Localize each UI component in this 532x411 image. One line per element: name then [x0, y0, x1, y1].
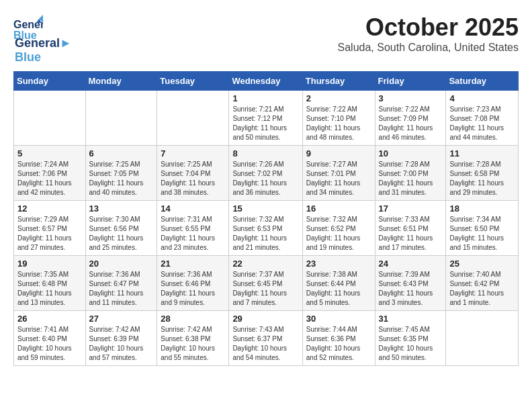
day-number: 25 [449, 259, 515, 269]
day-info: Sunrise: 7:23 AM Sunset: 7:08 PM Dayligh… [449, 105, 515, 142]
day-cell: 10Sunrise: 7:28 AM Sunset: 7:00 PM Dayli… [375, 146, 446, 201]
day-number: 12 [17, 203, 82, 214]
day-cell: 29Sunrise: 7:43 AM Sunset: 6:37 PM Dayli… [229, 311, 302, 366]
day-info: Sunrise: 7:43 AM Sunset: 6:37 PM Dayligh… [232, 325, 298, 363]
day-number: 3 [379, 93, 443, 103]
svg-text:Blue: Blue [13, 30, 37, 41]
day-number: 15 [232, 203, 298, 214]
day-cell: 15Sunrise: 7:32 AM Sunset: 6:53 PM Dayli… [229, 201, 302, 256]
day-cell: 4Sunrise: 7:23 AM Sunset: 7:08 PM Daylig… [446, 91, 519, 146]
day-cell: 11Sunrise: 7:28 AM Sunset: 6:58 PM Dayli… [446, 146, 519, 201]
day-cell: 16Sunrise: 7:32 AM Sunset: 6:52 PM Dayli… [302, 201, 375, 256]
day-number: 16 [306, 203, 371, 214]
day-number: 11 [449, 148, 515, 158]
day-cell [446, 311, 519, 366]
day-info: Sunrise: 7:42 AM Sunset: 6:38 PM Dayligh… [161, 325, 225, 363]
day-cell: 2Sunrise: 7:22 AM Sunset: 7:10 PM Daylig… [302, 91, 375, 146]
day-cell: 30Sunrise: 7:44 AM Sunset: 6:36 PM Dayli… [302, 311, 375, 366]
day-cell [157, 91, 229, 146]
day-info: Sunrise: 7:33 AM Sunset: 6:51 PM Dayligh… [379, 215, 443, 253]
day-info: Sunrise: 7:38 AM Sunset: 6:44 PM Dayligh… [306, 270, 371, 308]
weekday-header-wednesday: Wednesday [229, 72, 302, 91]
day-number: 10 [379, 148, 443, 158]
day-number: 7 [161, 148, 225, 158]
day-cell: 28Sunrise: 7:42 AM Sunset: 6:38 PM Dayli… [157, 311, 229, 366]
day-info: Sunrise: 7:21 AM Sunset: 7:12 PM Dayligh… [232, 105, 298, 142]
calendar-table: SundayMondayTuesdayWednesdayThursdayFrid… [13, 71, 519, 366]
day-number: 21 [161, 259, 225, 269]
day-number: 29 [232, 314, 298, 324]
day-number: 24 [379, 259, 443, 269]
day-info: Sunrise: 7:22 AM Sunset: 7:10 PM Dayligh… [306, 105, 371, 142]
day-cell: 24Sunrise: 7:39 AM Sunset: 6:43 PM Dayli… [375, 256, 446, 311]
day-number: 8 [232, 148, 298, 158]
title-block: October 2025 Saluda, South Carolina, Uni… [338, 13, 519, 54]
day-number: 19 [17, 259, 82, 269]
day-cell: 9Sunrise: 7:27 AM Sunset: 7:01 PM Daylig… [302, 146, 375, 201]
day-info: Sunrise: 7:28 AM Sunset: 7:00 PM Dayligh… [379, 160, 443, 197]
day-cell: 27Sunrise: 7:42 AM Sunset: 6:39 PM Dayli… [85, 311, 157, 366]
logo-bird: ► [60, 36, 72, 50]
day-cell [14, 91, 86, 146]
day-cell: 18Sunrise: 7:34 AM Sunset: 6:50 PM Dayli… [446, 201, 519, 256]
day-cell: 20Sunrise: 7:36 AM Sunset: 6:47 PM Dayli… [85, 256, 157, 311]
day-info: Sunrise: 7:28 AM Sunset: 6:58 PM Dayligh… [449, 160, 515, 197]
day-number: 6 [89, 148, 154, 158]
week-row-4: 19Sunrise: 7:35 AM Sunset: 6:48 PM Dayli… [14, 256, 519, 311]
day-number: 31 [379, 314, 443, 324]
logo-icon: General Blue [13, 13, 43, 43]
day-info: Sunrise: 7:34 AM Sunset: 6:50 PM Dayligh… [449, 215, 515, 253]
page-header: General Blue General► Blue October 2025 … [13, 13, 519, 64]
day-cell: 25Sunrise: 7:40 AM Sunset: 6:42 PM Dayli… [446, 256, 519, 311]
week-row-5: 26Sunrise: 7:41 AM Sunset: 6:40 PM Dayli… [14, 311, 519, 366]
week-row-2: 5Sunrise: 7:24 AM Sunset: 7:06 PM Daylig… [14, 146, 519, 201]
week-row-3: 12Sunrise: 7:29 AM Sunset: 6:57 PM Dayli… [14, 201, 519, 256]
day-cell: 14Sunrise: 7:31 AM Sunset: 6:55 PM Dayli… [157, 201, 229, 256]
location: Saluda, South Carolina, United States [338, 42, 519, 54]
day-cell: 12Sunrise: 7:29 AM Sunset: 6:57 PM Dayli… [14, 201, 86, 256]
day-info: Sunrise: 7:37 AM Sunset: 6:45 PM Dayligh… [232, 270, 298, 308]
day-number: 22 [232, 259, 298, 269]
day-cell: 21Sunrise: 7:36 AM Sunset: 6:46 PM Dayli… [157, 256, 229, 311]
logo: General Blue General► Blue [13, 13, 72, 64]
weekday-header-thursday: Thursday [302, 72, 375, 91]
day-info: Sunrise: 7:27 AM Sunset: 7:01 PM Dayligh… [306, 160, 371, 197]
day-cell: 23Sunrise: 7:38 AM Sunset: 6:44 PM Dayli… [302, 256, 375, 311]
day-info: Sunrise: 7:30 AM Sunset: 6:56 PM Dayligh… [89, 215, 154, 253]
month-title: October 2025 [338, 13, 519, 42]
day-info: Sunrise: 7:41 AM Sunset: 6:40 PM Dayligh… [17, 325, 82, 363]
day-cell: 6Sunrise: 7:25 AM Sunset: 7:05 PM Daylig… [85, 146, 157, 201]
day-cell: 1Sunrise: 7:21 AM Sunset: 7:12 PM Daylig… [229, 91, 302, 146]
day-number: 2 [306, 93, 371, 103]
day-info: Sunrise: 7:44 AM Sunset: 6:36 PM Dayligh… [306, 325, 371, 363]
day-number: 20 [89, 259, 154, 269]
day-cell: 5Sunrise: 7:24 AM Sunset: 7:06 PM Daylig… [14, 146, 86, 201]
day-number: 17 [379, 203, 443, 214]
day-cell: 22Sunrise: 7:37 AM Sunset: 6:45 PM Dayli… [229, 256, 302, 311]
day-cell: 31Sunrise: 7:45 AM Sunset: 6:35 PM Dayli… [375, 311, 446, 366]
day-info: Sunrise: 7:32 AM Sunset: 6:52 PM Dayligh… [306, 215, 371, 253]
day-info: Sunrise: 7:31 AM Sunset: 6:55 PM Dayligh… [161, 215, 225, 253]
day-info: Sunrise: 7:40 AM Sunset: 6:42 PM Dayligh… [449, 270, 515, 308]
day-number: 30 [306, 314, 371, 324]
day-number: 4 [449, 93, 515, 103]
day-info: Sunrise: 7:24 AM Sunset: 7:06 PM Dayligh… [17, 160, 82, 197]
day-number: 9 [306, 148, 371, 158]
day-number: 28 [161, 314, 225, 324]
day-info: Sunrise: 7:42 AM Sunset: 6:39 PM Dayligh… [89, 325, 154, 363]
day-info: Sunrise: 7:25 AM Sunset: 7:05 PM Dayligh… [89, 160, 154, 197]
day-info: Sunrise: 7:22 AM Sunset: 7:09 PM Dayligh… [379, 105, 443, 142]
day-cell: 19Sunrise: 7:35 AM Sunset: 6:48 PM Dayli… [14, 256, 86, 311]
day-info: Sunrise: 7:26 AM Sunset: 7:02 PM Dayligh… [232, 160, 298, 197]
day-info: Sunrise: 7:45 AM Sunset: 6:35 PM Dayligh… [379, 325, 443, 363]
day-info: Sunrise: 7:36 AM Sunset: 6:47 PM Dayligh… [89, 270, 154, 308]
day-number: 23 [306, 259, 371, 269]
day-info: Sunrise: 7:29 AM Sunset: 6:57 PM Dayligh… [17, 215, 82, 253]
day-number: 13 [89, 203, 154, 214]
week-row-1: 1Sunrise: 7:21 AM Sunset: 7:12 PM Daylig… [14, 91, 519, 146]
day-cell: 3Sunrise: 7:22 AM Sunset: 7:09 PM Daylig… [375, 91, 446, 146]
day-number: 27 [89, 314, 154, 324]
day-number: 1 [232, 93, 298, 103]
day-number: 18 [449, 203, 515, 214]
day-cell: 8Sunrise: 7:26 AM Sunset: 7:02 PM Daylig… [229, 146, 302, 201]
